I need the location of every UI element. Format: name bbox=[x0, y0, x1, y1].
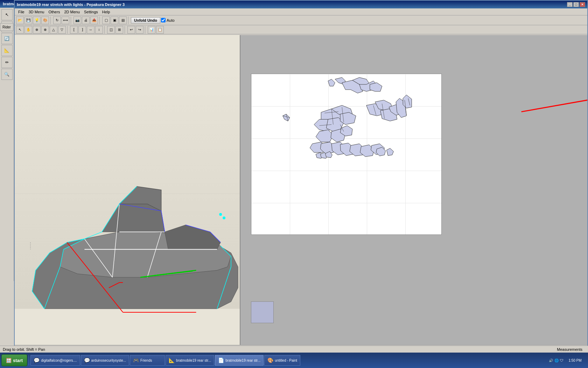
taskbar-icon-arduino: 💬 bbox=[84, 357, 90, 363]
system-tray: 🔊 🌐 🛡 bbox=[549, 359, 564, 362]
pep-menu-3dmenu[interactable]: 3D Menu bbox=[27, 9, 47, 15]
start-icon: 🪟 bbox=[6, 358, 12, 363]
pep-save-btn[interactable]: 💾 bbox=[24, 16, 32, 24]
svg-point-37 bbox=[219, 213, 222, 216]
pep-light-btn[interactable]: 💡 bbox=[33, 16, 41, 24]
pep-open-btn[interactable]: 📂 bbox=[16, 16, 24, 24]
toolbar2-separator-2 bbox=[104, 26, 106, 34]
pencil-tool[interactable]: ✏ bbox=[1, 57, 13, 68]
toolbar2-separator-4 bbox=[145, 26, 146, 34]
start-button[interactable]: 🪟 start bbox=[1, 354, 27, 366]
toolbar-separator-1 bbox=[50, 16, 52, 24]
start-label: start bbox=[13, 358, 23, 363]
pep-rotate-btn[interactable]: ↻ bbox=[53, 16, 61, 24]
pep-t2-btn1[interactable]: ↖ bbox=[16, 26, 24, 34]
pep-t2-btn3[interactable]: ⊕ bbox=[33, 26, 41, 34]
pep-print-btn[interactable]: 🖨 bbox=[82, 16, 90, 24]
sketchup-status-text: Drag to orbit. Shift = Pan bbox=[3, 347, 45, 352]
taskbar-item-arduino[interactable]: 💬 arduinosecuritysyste... bbox=[81, 355, 130, 366]
taskbar-icon-pepakura: 📄 bbox=[218, 357, 224, 363]
pep-t2-btn16[interactable]: 📋 bbox=[156, 26, 164, 34]
pep-mirror-btn[interactable]: ⟺ bbox=[62, 16, 69, 24]
pep-t2-btn15[interactable]: 📊 bbox=[148, 26, 155, 34]
taskbar-label-digitalfalcon: digitalfalcon@rogers.... bbox=[41, 359, 77, 362]
taskbar-icon-sketchup: 📐 bbox=[169, 357, 175, 363]
pep-t2-btn14[interactable]: ↪ bbox=[136, 26, 144, 34]
pep-select2-btn[interactable]: ▣ bbox=[111, 16, 118, 24]
taskbar-item-pepakura[interactable]: 📄 bratmobile19 rear str... bbox=[215, 355, 264, 366]
toolbar2-separator-1 bbox=[67, 26, 69, 34]
measure-tool[interactable]: 📐 bbox=[1, 45, 13, 56]
pepakura-window: bratmobile19 rear stretch with lights - … bbox=[14, 0, 588, 353]
pep-t2-btn4[interactable]: ⊗ bbox=[41, 26, 49, 34]
auto-checkbox-label: Auto bbox=[167, 18, 175, 22]
pep-content-area bbox=[15, 35, 587, 345]
svg-marker-39 bbox=[328, 79, 335, 86]
auto-checkbox-input[interactable] bbox=[161, 18, 166, 22]
pep-t2-btn5[interactable]: △ bbox=[50, 26, 57, 34]
red-line-indicator bbox=[521, 99, 587, 113]
parts-svg bbox=[251, 74, 441, 234]
security-icon[interactable]: 🛡 bbox=[560, 359, 564, 362]
rider-button[interactable]: Rider bbox=[0, 23, 13, 31]
svg-marker-75 bbox=[386, 148, 393, 156]
toolbar-separator-3 bbox=[99, 16, 101, 24]
taskbar-item-sketchup[interactable]: 📐 bratmobile19 rear str... bbox=[166, 355, 214, 366]
pep-restore-btn[interactable]: □ bbox=[573, 2, 579, 7]
3d-model-svg bbox=[15, 35, 240, 345]
svg-marker-58 bbox=[403, 95, 412, 108]
2d-view[interactable] bbox=[240, 35, 587, 345]
toolbar-separator-4 bbox=[128, 16, 130, 24]
pep-close-btn[interactable]: ✕ bbox=[580, 2, 585, 7]
taskbar-label-pepakura: bratmobile19 rear str... bbox=[225, 359, 260, 362]
pep-menu-others[interactable]: Others bbox=[46, 9, 62, 15]
pep-t2-btn12[interactable]: ⊞ bbox=[115, 26, 123, 34]
svg-point-36 bbox=[223, 217, 225, 219]
pep-t2-btn13[interactable]: ↩ bbox=[127, 26, 135, 34]
pepakura-title: bratmobile19 rear stretch with lights - … bbox=[17, 2, 567, 7]
auto-checkbox-container: Auto bbox=[161, 18, 175, 22]
network-icon[interactable]: 🌐 bbox=[554, 359, 559, 362]
pepakura-win-controls: _ □ ✕ bbox=[567, 2, 585, 7]
zoom-tool[interactable]: 🔍 bbox=[1, 69, 13, 80]
taskbar-right: 🔊 🌐 🛡 1:50 PM bbox=[549, 359, 587, 362]
clock[interactable]: 1:50 PM bbox=[566, 359, 584, 362]
pep-camera-btn[interactable]: 📷 bbox=[74, 16, 81, 24]
taskbar-label-arduino: arduinosecuritysyste... bbox=[91, 359, 126, 362]
orbit-tool[interactable]: 🔄 bbox=[1, 33, 13, 44]
pepakura-toolbar1: 📂 💾 💡 🎨 ↻ ⟺ 📷 🖨 📤 ▢ ▣ ▤ Unfold Undo Auto bbox=[15, 15, 587, 25]
paper-area bbox=[251, 74, 442, 235]
pep-export-btn[interactable]: 📤 bbox=[90, 16, 98, 24]
pep-menu-2dmenu[interactable]: 2D Menu bbox=[62, 9, 82, 15]
taskbar: 🪟 start 💬 digitalfalcon@rogers.... 💬 ard… bbox=[0, 353, 588, 368]
pep-color-btn[interactable]: 🎨 bbox=[41, 16, 49, 24]
pep-select3-btn[interactable]: ▤ bbox=[119, 16, 127, 24]
pep-menu-help[interactable]: Help bbox=[100, 9, 112, 15]
pep-t2-btn10[interactable]: ↕ bbox=[95, 26, 103, 34]
pep-t2-btn9[interactable]: ↔ bbox=[87, 26, 94, 34]
pep-minimize-btn[interactable]: _ bbox=[567, 2, 573, 7]
small-page-indicator bbox=[251, 301, 274, 323]
taskbar-item-digitalfalcon[interactable]: 💬 digitalfalcon@rogers.... bbox=[30, 355, 80, 366]
pep-t2-btn8[interactable]: ⟧ bbox=[78, 26, 86, 34]
pep-select1-btn[interactable]: ▢ bbox=[102, 16, 110, 24]
pep-t2-btn2[interactable]: ✋ bbox=[24, 26, 32, 34]
pepakura-menubar: File 3D Menu Others 2D Menu Settings Hel… bbox=[15, 8, 587, 15]
pep-t2-btn6[interactable]: ▽ bbox=[58, 26, 66, 34]
taskbar-separator-1 bbox=[29, 355, 29, 366]
taskbar-label-sketchup: bratmobile19 rear str... bbox=[176, 359, 211, 362]
pep-menu-file[interactable]: File bbox=[16, 9, 27, 15]
taskbar-item-paint[interactable]: 🎨 untitled - Paint bbox=[264, 355, 300, 366]
3d-view[interactable] bbox=[15, 35, 240, 345]
taskbar-icon-friends: 🎮 bbox=[133, 357, 139, 363]
select-tool[interactable]: ↖ bbox=[1, 9, 13, 20]
volume-icon[interactable]: 🔊 bbox=[549, 359, 553, 362]
sketchup-left-toolbar: ↖ ✋ 🔄 📐 ✏ 🔍 bbox=[0, 8, 14, 281]
pep-t2-btn7[interactable]: ⟦ bbox=[70, 26, 78, 34]
taskbar-icon-paint: 🎨 bbox=[267, 357, 273, 363]
taskbar-icon-digitalfalcon: 💬 bbox=[34, 357, 40, 363]
unfold-undo-button[interactable]: Unfold Undo bbox=[131, 17, 160, 23]
pep-menu-settings[interactable]: Settings bbox=[82, 9, 100, 15]
taskbar-item-friends[interactable]: 🎮 Friends bbox=[130, 355, 165, 366]
pep-t2-btn11[interactable]: ◫ bbox=[107, 26, 115, 34]
